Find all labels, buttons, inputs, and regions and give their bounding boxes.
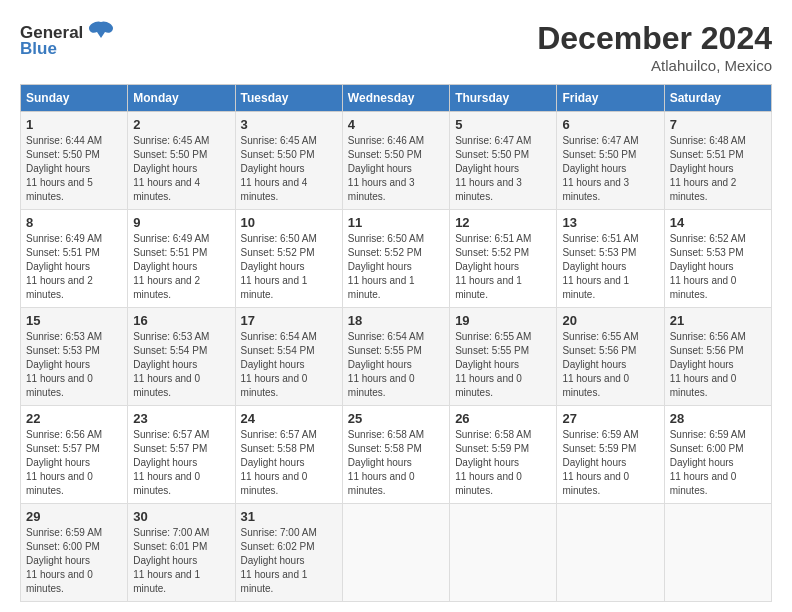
day-info: Sunrise: 6:52 AM Sunset: 5:53 PM Dayligh… <box>670 232 766 302</box>
calendar-cell: 4 Sunrise: 6:46 AM Sunset: 5:50 PM Dayli… <box>342 112 449 210</box>
sunrise-label: Sunrise: 6:46 AM <box>348 135 424 146</box>
sunset-label: Sunset: 6:02 PM <box>241 541 315 552</box>
daylight-value: 11 hours and 0 minutes. <box>670 275 737 300</box>
calendar-cell: 25 Sunrise: 6:58 AM Sunset: 5:58 PM Dayl… <box>342 406 449 504</box>
sunrise-label: Sunrise: 6:55 AM <box>455 331 531 342</box>
day-info: Sunrise: 6:47 AM Sunset: 5:50 PM Dayligh… <box>562 134 658 204</box>
calendar-header-tuesday: Tuesday <box>235 85 342 112</box>
sunset-label: Sunset: 6:00 PM <box>26 541 100 552</box>
sunset-label: Sunset: 5:53 PM <box>26 345 100 356</box>
sunset-label: Sunset: 5:57 PM <box>133 443 207 454</box>
sunset-label: Sunset: 5:53 PM <box>670 247 744 258</box>
daylight-label: Daylight hours <box>348 261 412 272</box>
calendar-cell: 24 Sunrise: 6:57 AM Sunset: 5:58 PM Dayl… <box>235 406 342 504</box>
day-number: 17 <box>241 313 337 328</box>
sunrise-label: Sunrise: 6:55 AM <box>562 331 638 342</box>
sunset-label: Sunset: 5:54 PM <box>133 345 207 356</box>
day-number: 7 <box>670 117 766 132</box>
calendar-cell: 13 Sunrise: 6:51 AM Sunset: 5:53 PM Dayl… <box>557 210 664 308</box>
calendar-cell: 22 Sunrise: 6:56 AM Sunset: 5:57 PM Dayl… <box>21 406 128 504</box>
calendar-table: SundayMondayTuesdayWednesdayThursdayFrid… <box>20 84 772 602</box>
sunrise-label: Sunrise: 6:51 AM <box>562 233 638 244</box>
daylight-label: Daylight hours <box>26 555 90 566</box>
daylight-value: 11 hours and 1 minute. <box>348 275 415 300</box>
day-info: Sunrise: 6:59 AM Sunset: 5:59 PM Dayligh… <box>562 428 658 498</box>
daylight-label: Daylight hours <box>26 457 90 468</box>
sunset-label: Sunset: 5:51 PM <box>670 149 744 160</box>
daylight-label: Daylight hours <box>133 555 197 566</box>
sunset-label: Sunset: 6:01 PM <box>133 541 207 552</box>
daylight-value: 11 hours and 2 minutes. <box>133 275 200 300</box>
sunrise-label: Sunrise: 6:50 AM <box>348 233 424 244</box>
day-number: 25 <box>348 411 444 426</box>
calendar-header-sunday: Sunday <box>21 85 128 112</box>
day-info: Sunrise: 6:54 AM Sunset: 5:55 PM Dayligh… <box>348 330 444 400</box>
sunrise-label: Sunrise: 6:49 AM <box>133 233 209 244</box>
daylight-label: Daylight hours <box>241 457 305 468</box>
day-info: Sunrise: 6:53 AM Sunset: 5:53 PM Dayligh… <box>26 330 122 400</box>
sunrise-label: Sunrise: 6:47 AM <box>455 135 531 146</box>
day-number: 3 <box>241 117 337 132</box>
daylight-label: Daylight hours <box>133 359 197 370</box>
sunrise-label: Sunrise: 6:53 AM <box>26 331 102 342</box>
calendar-cell: 26 Sunrise: 6:58 AM Sunset: 5:59 PM Dayl… <box>450 406 557 504</box>
daylight-value: 11 hours and 0 minutes. <box>26 471 93 496</box>
calendar-cell <box>664 504 771 602</box>
daylight-label: Daylight hours <box>26 261 90 272</box>
day-number: 10 <box>241 215 337 230</box>
daylight-value: 11 hours and 0 minutes. <box>241 373 308 398</box>
daylight-label: Daylight hours <box>455 163 519 174</box>
day-info: Sunrise: 6:59 AM Sunset: 6:00 PM Dayligh… <box>670 428 766 498</box>
day-info: Sunrise: 6:57 AM Sunset: 5:57 PM Dayligh… <box>133 428 229 498</box>
sunset-label: Sunset: 5:50 PM <box>26 149 100 160</box>
sunset-label: Sunset: 5:58 PM <box>241 443 315 454</box>
calendar-cell: 11 Sunrise: 6:50 AM Sunset: 5:52 PM Dayl… <box>342 210 449 308</box>
calendar-cell: 14 Sunrise: 6:52 AM Sunset: 5:53 PM Dayl… <box>664 210 771 308</box>
daylight-value: 11 hours and 0 minutes. <box>133 373 200 398</box>
calendar-cell: 12 Sunrise: 6:51 AM Sunset: 5:52 PM Dayl… <box>450 210 557 308</box>
calendar-cell: 15 Sunrise: 6:53 AM Sunset: 5:53 PM Dayl… <box>21 308 128 406</box>
logo-bird-icon <box>87 20 115 45</box>
calendar-cell: 9 Sunrise: 6:49 AM Sunset: 5:51 PM Dayli… <box>128 210 235 308</box>
daylight-label: Daylight hours <box>133 163 197 174</box>
day-info: Sunrise: 6:45 AM Sunset: 5:50 PM Dayligh… <box>241 134 337 204</box>
sunrise-label: Sunrise: 6:59 AM <box>562 429 638 440</box>
daylight-value: 11 hours and 0 minutes. <box>241 471 308 496</box>
sunrise-label: Sunrise: 6:52 AM <box>670 233 746 244</box>
sunset-label: Sunset: 5:56 PM <box>562 345 636 356</box>
sunset-label: Sunset: 5:52 PM <box>455 247 529 258</box>
day-number: 23 <box>133 411 229 426</box>
calendar-cell <box>342 504 449 602</box>
sunset-label: Sunset: 5:57 PM <box>26 443 100 454</box>
day-info: Sunrise: 6:50 AM Sunset: 5:52 PM Dayligh… <box>241 232 337 302</box>
calendar-cell: 21 Sunrise: 6:56 AM Sunset: 5:56 PM Dayl… <box>664 308 771 406</box>
day-number: 6 <box>562 117 658 132</box>
sunset-label: Sunset: 5:59 PM <box>562 443 636 454</box>
calendar-cell: 29 Sunrise: 6:59 AM Sunset: 6:00 PM Dayl… <box>21 504 128 602</box>
logo: General Blue <box>20 20 115 59</box>
day-number: 18 <box>348 313 444 328</box>
daylight-label: Daylight hours <box>670 359 734 370</box>
daylight-label: Daylight hours <box>455 261 519 272</box>
daylight-label: Daylight hours <box>562 261 626 272</box>
daylight-value: 11 hours and 2 minutes. <box>670 177 737 202</box>
sunrise-label: Sunrise: 6:59 AM <box>670 429 746 440</box>
calendar-header-saturday: Saturday <box>664 85 771 112</box>
daylight-label: Daylight hours <box>133 261 197 272</box>
sunrise-label: Sunrise: 6:57 AM <box>133 429 209 440</box>
sunrise-label: Sunrise: 7:00 AM <box>241 527 317 538</box>
daylight-label: Daylight hours <box>562 163 626 174</box>
daylight-value: 11 hours and 5 minutes. <box>26 177 93 202</box>
sunrise-label: Sunrise: 6:56 AM <box>670 331 746 342</box>
daylight-value: 11 hours and 4 minutes. <box>133 177 200 202</box>
daylight-value: 11 hours and 1 minute. <box>455 275 522 300</box>
daylight-label: Daylight hours <box>348 163 412 174</box>
day-info: Sunrise: 6:54 AM Sunset: 5:54 PM Dayligh… <box>241 330 337 400</box>
sunset-label: Sunset: 5:55 PM <box>455 345 529 356</box>
calendar-header-thursday: Thursday <box>450 85 557 112</box>
day-number: 5 <box>455 117 551 132</box>
daylight-label: Daylight hours <box>241 555 305 566</box>
logo-blue: Blue <box>20 39 57 59</box>
daylight-value: 11 hours and 1 minute. <box>241 569 308 594</box>
sunset-label: Sunset: 5:58 PM <box>348 443 422 454</box>
